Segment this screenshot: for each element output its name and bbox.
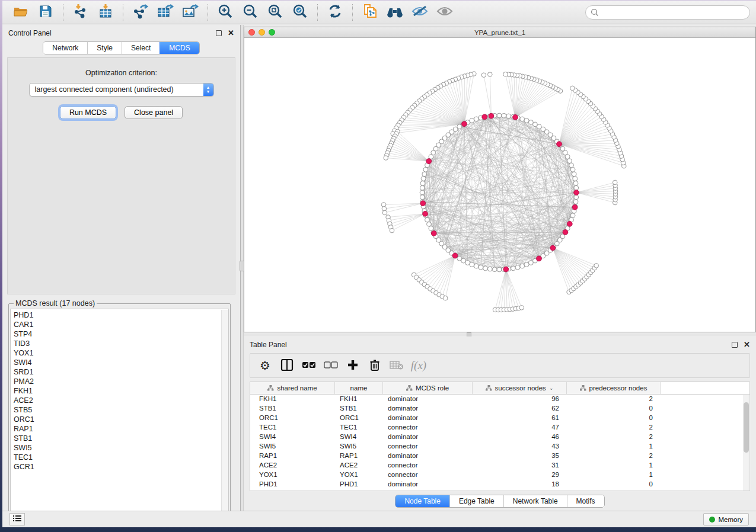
network-node[interactable] — [572, 204, 578, 210]
tab-select[interactable]: Select — [122, 42, 160, 54]
show-all-button[interactable] — [435, 3, 455, 22]
network-node[interactable] — [382, 210, 387, 215]
network-node[interactable] — [384, 156, 388, 161]
network-canvas[interactable] — [244, 38, 755, 332]
network-node[interactable] — [479, 265, 483, 270]
hide-selected-button[interactable] — [410, 3, 430, 22]
network-node[interactable] — [421, 177, 426, 181]
mcds-result-item[interactable]: PMA2 — [14, 377, 228, 386]
network-node[interactable] — [573, 200, 578, 204]
import-table-button[interactable] — [95, 3, 116, 22]
network-node[interactable] — [429, 155, 433, 159]
column-header-predecessor-nodes[interactable]: predecessor nodes — [567, 382, 661, 394]
network-window-titlebar[interactable]: YPA_prune.txt_1 — [244, 27, 755, 38]
network-node[interactable] — [557, 142, 562, 147]
column-header-shared-name[interactable]: shared name — [250, 382, 335, 394]
search-input[interactable] — [602, 8, 745, 17]
float-panel-icon[interactable] — [732, 342, 738, 348]
network-node[interactable] — [470, 118, 474, 123]
network-node[interactable] — [443, 296, 448, 300]
mcds-result-item[interactable]: GCR1 — [14, 462, 228, 472]
network-node[interactable] — [613, 180, 617, 185]
mcds-result-item[interactable]: SWI4 — [14, 358, 228, 367]
network-node[interactable] — [563, 230, 568, 235]
tab-network[interactable]: Network — [43, 42, 87, 54]
network-node[interactable] — [570, 213, 575, 218]
mcds-result-item[interactable]: ORC1 — [14, 415, 228, 424]
network-node[interactable] — [426, 159, 432, 164]
network-node[interactable] — [573, 181, 578, 185]
mcds-result-item[interactable]: STB5 — [14, 405, 228, 415]
mcds-result-item[interactable]: TID3 — [14, 339, 228, 348]
table-row[interactable]: ORC1ORC1dominator610 — [250, 414, 749, 423]
mcds-result-item[interactable]: SWI5 — [14, 443, 228, 453]
network-node[interactable] — [574, 190, 579, 196]
mcds-result-item[interactable]: ACE2 — [14, 396, 228, 405]
network-node[interactable] — [572, 172, 576, 177]
network-node[interactable] — [570, 167, 575, 172]
network-node[interactable] — [489, 113, 494, 118]
network-node[interactable] — [533, 122, 538, 127]
network-node[interactable] — [462, 121, 467, 127]
mcds-result-item[interactable]: FKH1 — [14, 386, 228, 396]
network-node[interactable] — [422, 172, 427, 177]
network-node[interactable] — [423, 211, 428, 216]
network-node[interactable] — [502, 113, 506, 118]
network-node[interactable] — [570, 86, 575, 91]
network-node[interactable] — [461, 258, 466, 263]
network-node[interactable] — [423, 167, 428, 172]
mcds-result-item[interactable]: STB1 — [14, 434, 228, 443]
export-table-button[interactable] — [155, 3, 176, 22]
network-node[interactable] — [425, 217, 430, 222]
tab-node-table[interactable]: Node Table — [395, 495, 449, 507]
mcds-result-item[interactable]: CAR1 — [14, 320, 228, 329]
network-node[interactable] — [474, 117, 479, 121]
network-node[interactable] — [513, 114, 518, 120]
network-node[interactable] — [420, 181, 425, 185]
select-all-button[interactable] — [300, 357, 318, 374]
tab-style[interactable]: Style — [87, 42, 122, 54]
table-scrollbar[interactable] — [743, 395, 749, 491]
table-row[interactable]: SWI4SWI4dominator462 — [250, 432, 749, 442]
import-network-button[interactable] — [71, 3, 91, 22]
column-header-name[interactable]: name — [335, 382, 383, 394]
table-row[interactable]: YOX1YOX1connector291 — [250, 470, 749, 480]
network-node[interactable] — [573, 177, 578, 181]
mcds-result-list[interactable]: PHD1CAR1STP4TID3YOX1SWI4SRD1PMA2FKH1ACE2… — [10, 309, 229, 517]
zoom-in-button[interactable] — [215, 3, 235, 22]
mcds-result-item[interactable]: RAP1 — [14, 424, 228, 434]
deselect-all-button[interactable] — [322, 357, 340, 374]
network-node[interactable] — [431, 230, 436, 236]
network-node[interactable] — [567, 159, 572, 164]
network-node[interactable] — [427, 222, 432, 226]
network-node[interactable] — [569, 163, 574, 168]
network-node[interactable] — [420, 201, 426, 206]
network-node[interactable] — [483, 266, 488, 271]
network-node[interactable] — [497, 113, 502, 118]
network-node[interactable] — [520, 264, 525, 268]
network-node[interactable] — [520, 117, 525, 121]
task-history-button[interactable] — [9, 513, 25, 525]
network-node[interactable] — [503, 72, 508, 76]
network-node[interactable] — [465, 261, 470, 265]
network-node[interactable] — [420, 195, 425, 200]
network-node[interactable] — [524, 118, 529, 123]
add-column-button[interactable] — [344, 357, 362, 374]
zoom-selected-button[interactable] — [290, 3, 310, 22]
horizontal-splitter[interactable] — [244, 334, 756, 336]
copy-network-button[interactable] — [360, 3, 380, 22]
close-panel-icon[interactable]: ✕ — [228, 30, 234, 36]
network-node[interactable] — [515, 265, 520, 270]
zoom-out-button[interactable] — [240, 3, 260, 22]
mcds-result-item[interactable]: PHD1 — [14, 310, 228, 320]
table-row[interactable]: FKH1FKH1dominator962 — [250, 395, 749, 404]
table-row[interactable]: STB1STB1dominator620 — [250, 404, 749, 414]
tab-network-table[interactable]: Network Table — [503, 495, 567, 507]
table-row[interactable]: PHD1PHD1dominator180 — [250, 480, 749, 489]
network-node[interactable] — [452, 253, 458, 258]
tab-motifs[interactable]: Motifs — [567, 495, 604, 507]
network-node[interactable] — [497, 267, 502, 272]
network-node[interactable] — [524, 262, 529, 267]
network-node[interactable] — [470, 262, 474, 267]
network-node[interactable] — [503, 267, 509, 272]
